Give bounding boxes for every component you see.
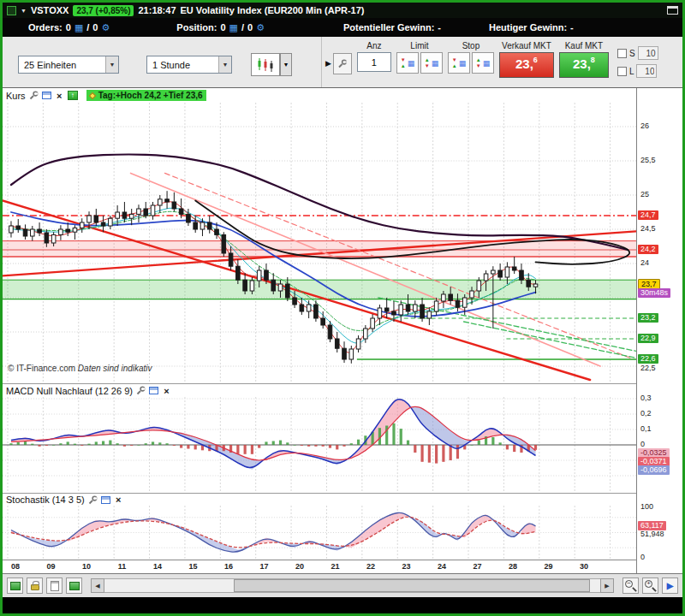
kurs-header: Kurs × ↑ Tag:+Hoch 24,2 +Tief 23,6 (3, 88, 636, 103)
stochastic-title: Stochastik (14 3 5) (6, 495, 85, 505)
x-axis: 0809101114151617202122232427282930 (3, 560, 636, 573)
orders-sep: / (86, 22, 89, 33)
orders-settings-icon[interactable]: ⚙ (101, 22, 110, 33)
title-bar: ▼ VSTOXX 23,7 (+0,85%) 21:18:47 EU Volat… (3, 3, 682, 18)
interval-dropdown[interactable]: 1 Stunde ▼ (146, 56, 232, 74)
buy-limit-button[interactable]: ▲▼ ▦ (420, 52, 443, 74)
order-table-icon: ▦ (483, 59, 491, 68)
scroll-left-button[interactable]: ◀ (91, 578, 104, 593)
window-icon[interactable] (149, 387, 158, 394)
trading-panel: ▶ Anz Limit ▼▲ ▦ (321, 37, 682, 87)
layout-button[interactable] (7, 578, 23, 594)
price-axis[interactable]: 2625,52524,724,524,22423,730m48s23,222,9… (636, 88, 682, 573)
page-button[interactable] (46, 578, 63, 594)
price-label: 22,6 (638, 354, 658, 364)
window-icon[interactable] (42, 92, 51, 99)
buy-stop-button[interactable]: ▲▼ ▦ (472, 52, 494, 74)
x-tick-label: 29 (536, 562, 562, 571)
close-icon[interactable]: × (162, 386, 171, 396)
chart-style-button[interactable] (251, 53, 280, 76)
scroll-right-button[interactable]: ▶ (600, 578, 614, 593)
x-tick-label: 20 (287, 562, 313, 571)
magnifier-minus-icon: − (625, 580, 636, 591)
sell-market-button[interactable]: 23,6 (499, 52, 554, 78)
today-profit-value: - (570, 22, 574, 33)
stop-checkbox[interactable] (617, 49, 627, 58)
units-dropdown-value: 25 Einheiten (24, 60, 76, 70)
day-range-text: Tag:+Hoch 24,2 +Tief 23,6 (98, 91, 203, 100)
x-tick-label: 08 (3, 562, 28, 571)
window-restore-icon[interactable] (667, 6, 678, 15)
macd-header: MACD Null Nachlauf (12 26 9) × (3, 383, 636, 397)
price-label: 51,948 (638, 530, 667, 539)
limit-arrows-icon: ▲▼ (425, 57, 430, 69)
quantity-label: Anz (366, 39, 381, 52)
orders-list-icon[interactable]: ▦ (74, 22, 83, 33)
up-arrow-icon[interactable]: ↑ (68, 91, 78, 100)
chevron-down-icon: ▼ (105, 56, 118, 73)
table-button[interactable] (66, 578, 82, 594)
price-label: 22,5 (638, 364, 658, 373)
price-badge: 23,7 (+0,85%) (73, 5, 134, 16)
sell-price-decimal: 6 (533, 56, 538, 64)
wrench-icon[interactable] (136, 386, 146, 395)
close-icon[interactable]: × (55, 91, 64, 101)
step-forward-button[interactable]: ▶ (662, 578, 678, 594)
scrollbar-track[interactable] (104, 578, 600, 593)
zoom-in-button[interactable]: + (642, 578, 658, 594)
buy-market-label: Kauf MKT (565, 39, 603, 52)
symbol-caret-icon[interactable]: ▼ (21, 8, 27, 14)
quantity-input[interactable] (357, 52, 391, 72)
bottom-toolbar: ◀ ▶ − + ▶ (3, 573, 682, 597)
macd-title: MACD Null Nachlauf (12 26 9) (6, 386, 133, 396)
panel-settings-button[interactable] (333, 53, 352, 74)
day-range-tag: Tag:+Hoch 24,2 +Tief 23,6 (86, 90, 206, 101)
zoom-out-button[interactable]: − (622, 578, 639, 594)
stop-offset-input[interactable] (638, 46, 658, 60)
order-table-icon: ▦ (459, 59, 467, 68)
sell-stop-button[interactable]: ▼▲ ▦ (448, 52, 470, 74)
orders-count: 0 (66, 22, 71, 33)
x-tick-label: 27 (465, 562, 491, 571)
price-label: 0,2 (638, 409, 654, 418)
units-dropdown[interactable]: 25 Einheiten ▼ (18, 56, 119, 74)
wrench-icon[interactable] (88, 495, 98, 505)
order-table-icon: ▦ (408, 59, 415, 68)
chart-style-caret[interactable]: ▼ (280, 53, 292, 76)
chevron-down-icon: ▼ (218, 56, 231, 73)
limit-checkbox[interactable] (617, 67, 627, 76)
potential-profit-value: - (438, 22, 441, 33)
wrench-icon[interactable] (29, 91, 39, 100)
grid-icon (10, 582, 21, 590)
macd-chart-svg[interactable] (3, 397, 636, 493)
position-settings-icon[interactable]: ⚙ (256, 22, 265, 33)
x-tick-label: 30 (571, 562, 597, 571)
scrollbar-thumb[interactable] (234, 579, 591, 592)
panel-collapse-icon[interactable]: ▶ (325, 59, 331, 68)
price-label: 24,2 (638, 245, 658, 254)
position-label: Position: (176, 22, 217, 33)
watermark: © IT-Finance.com Daten sind indikativ (8, 364, 152, 373)
chart-area: Kurs × ↑ Tag:+Hoch 24,2 +Tief 23,6 © IT-… (3, 88, 682, 573)
buy-market-button[interactable]: 23,8 (559, 52, 609, 78)
today-profit-label: Heutiger Gewinn: (489, 22, 567, 33)
stochastic-header: Stochastik (14 3 5) × (3, 493, 636, 506)
price-label: 24,5 (638, 224, 658, 234)
window-icon[interactable] (101, 496, 110, 504)
price-label: 23,2 (638, 313, 658, 323)
app-icon (7, 6, 16, 15)
horizontal-scrollbar[interactable]: ◀ ▶ (91, 578, 614, 593)
stop-arrows-icon: ▼▲ (452, 57, 457, 69)
x-tick-label: 22 (358, 562, 384, 571)
close-icon[interactable]: × (114, 495, 123, 505)
sell-limit-button[interactable]: ▼▲ ▦ (396, 52, 419, 74)
main-chart-svg[interactable] (3, 103, 636, 383)
stochastic-chart-svg[interactable] (3, 506, 636, 560)
kurs-title: Kurs (6, 91, 26, 101)
limit-offset-input[interactable] (636, 64, 657, 78)
price-label: 24 (638, 258, 652, 268)
lock-button[interactable] (27, 578, 43, 594)
position-count-2: 0 (247, 22, 253, 33)
x-tick-label: 21 (323, 562, 348, 571)
position-list-icon[interactable]: ▦ (229, 22, 238, 33)
